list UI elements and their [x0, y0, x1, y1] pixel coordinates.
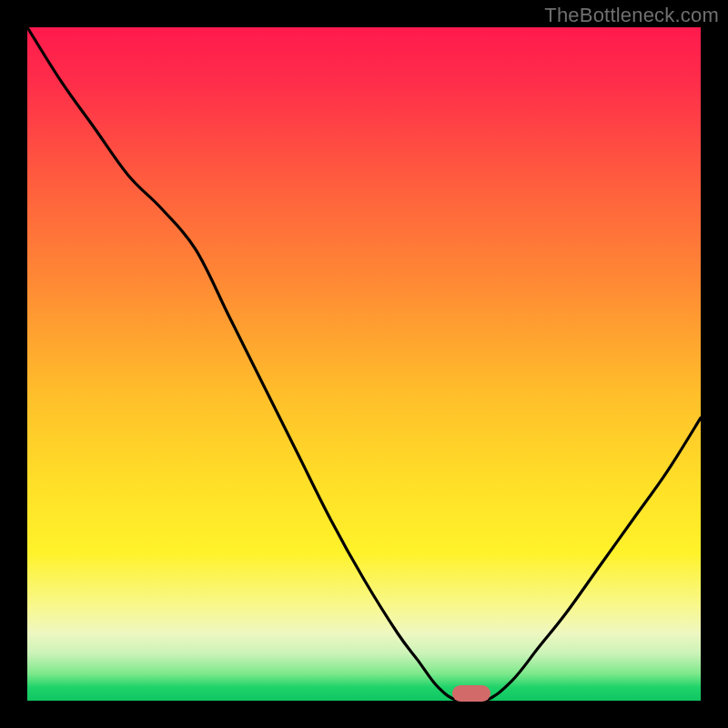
baseline-marker [452, 685, 490, 702]
bottleneck-curve [27, 27, 701, 701]
chart-frame: TheBottleneck.com [0, 0, 728, 728]
curve-path [27, 27, 701, 703]
watermark-text: TheBottleneck.com [544, 4, 719, 27]
plot-area [27, 27, 701, 701]
